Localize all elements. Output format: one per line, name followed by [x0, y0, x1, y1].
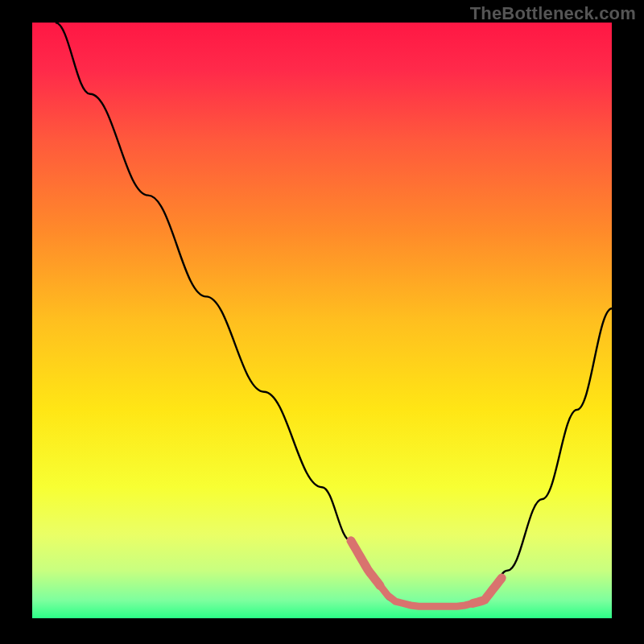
chart-plot-area — [32, 23, 612, 618]
flat-region-left-icon — [351, 541, 380, 586]
flat-region-right-icon — [473, 578, 502, 603]
flat-region-main-icon — [380, 585, 473, 606]
chart-frame: TheBottleneck.com — [0, 0, 644, 644]
curve-line-icon — [56, 23, 612, 606]
watermark-label: TheBottleneck.com — [470, 3, 636, 24]
bottleneck-curve — [32, 23, 612, 618]
